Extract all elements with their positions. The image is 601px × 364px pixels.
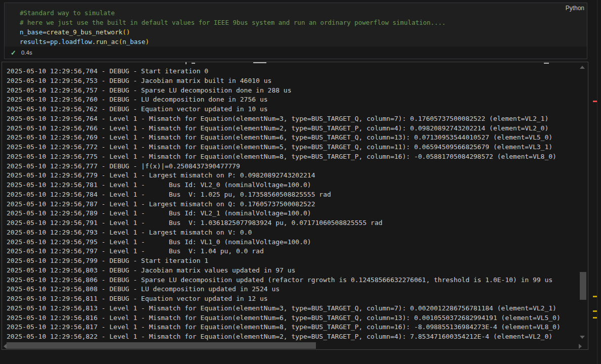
clipped-log-fragment <box>544 63 549 64</box>
scroll-up-arrow-icon[interactable] <box>580 66 585 69</box>
horizontal-scrollbar-thumb[interactable] <box>7 342 316 349</box>
overview-ruler-error-marker[interactable] <box>593 101 597 102</box>
log-line: 2025-05-10 12:29:56,816 - Level 1 - Mism… <box>7 313 578 323</box>
log-line: 2025-05-10 12:29:56,762 - DEBUG - Equati… <box>7 105 578 114</box>
log-line: 2025-05-10 12:29:56,784 - Level 1 - Bus … <box>7 190 578 200</box>
execution-success-icon: ✓ <box>11 49 16 57</box>
vertical-scrollbar-thumb[interactable] <box>580 272 586 300</box>
scroll-down-arrow-icon[interactable] <box>580 336 585 339</box>
log-line: 2025-05-10 12:29:56,789 - Level 1 - Bus … <box>7 209 578 218</box>
execution-duration: 0.4s <box>21 50 32 56</box>
clipped-log-fragment <box>186 62 187 64</box>
log-line: 2025-05-10 12:29:56,808 - DEBUG - LU dec… <box>7 285 578 294</box>
code-line: results=pp.loadflow.run_ac(n_base) <box>20 37 587 47</box>
log-line: 2025-05-10 12:29:56,781 - Level 1 - Bus … <box>7 180 578 190</box>
cell-status-bar: ✓ 0.4s <box>5 47 587 59</box>
log-line: 2025-05-10 12:29:56,769 - Level 1 - Mism… <box>7 133 578 143</box>
overview-ruler-divider <box>597 0 597 364</box>
overview-ruler-warning-marker[interactable] <box>593 310 597 312</box>
log-line: 2025-05-10 12:29:56,795 - Level 1 - Bus … <box>7 238 578 247</box>
log-lines: 2025-05-10 12:29:56,704 - DEBUG - Start … <box>7 67 578 341</box>
log-line: 2025-05-10 12:29:56,787 - Level 1 - Larg… <box>7 200 578 209</box>
log-line: 2025-05-10 12:29:56,777 - DEBUG - |f(x)|… <box>7 162 578 171</box>
log-line: 2025-05-10 12:29:56,791 - Level 1 - Bus … <box>7 218 578 228</box>
overview-ruler-warning-marker[interactable] <box>593 296 597 297</box>
log-line: 2025-05-10 12:29:56,817 - Level 1 - Mism… <box>7 323 578 332</box>
log-line: 2025-05-10 12:29:56,764 - Level 1 - Mism… <box>7 114 578 124</box>
code-line: n_base=create_9_bus_network() <box>20 27 587 37</box>
log-line: 2025-05-10 12:29:56,799 - DEBUG - Start … <box>7 256 578 266</box>
notebook-code-cell: #Standard way to simulate# here we just … <box>4 3 587 59</box>
scroll-right-arrow-icon[interactable] <box>579 344 582 349</box>
overview-ruler-warning-marker[interactable] <box>593 317 597 318</box>
log-line: 2025-05-10 12:29:56,813 - Level 1 - Mism… <box>7 304 578 313</box>
log-line: 2025-05-10 12:29:56,772 - Level 1 - Mism… <box>7 143 578 152</box>
log-line: 2025-05-10 12:29:56,793 - Level 1 - Larg… <box>7 228 578 238</box>
code-lines: #Standard way to simulate# here we just … <box>20 8 587 47</box>
clipped-log-fragment <box>253 62 266 63</box>
log-line: 2025-05-10 12:29:56,779 - Level 1 - Larg… <box>7 171 578 180</box>
cell-output-pane[interactable]: 2025-05-10 12:29:56,704 - DEBUG - Start … <box>2 62 588 350</box>
log-line: 2025-05-10 12:29:56,757 - DEBUG - Sparse… <box>7 86 578 96</box>
clipped-log-fragment <box>192 63 195 64</box>
log-line: 2025-05-10 12:29:56,766 - Level 1 - Mism… <box>7 124 578 133</box>
log-line: 2025-05-10 12:29:56,760 - DEBUG - LU dec… <box>7 95 578 105</box>
code-line: #Standard way to simulate <box>20 8 587 18</box>
code-line: # here we just use the built in default … <box>20 18 587 27</box>
log-line: 2025-05-10 12:29:56,797 - Level 1 - Bus … <box>7 247 578 256</box>
log-line: 2025-05-10 12:29:56,704 - DEBUG - Start … <box>7 67 578 76</box>
notebook-window: { "colors": { "bg": "#181818", "cell_bg"… <box>0 0 601 364</box>
log-line: 2025-05-10 12:29:56,806 - DEBUG - Sparse… <box>7 276 578 285</box>
log-line: 2025-05-10 12:29:56,775 - Level 1 - Mism… <box>7 152 578 162</box>
language-indicator[interactable]: Python <box>566 5 584 12</box>
log-line: 2025-05-10 12:29:56,811 - DEBUG - Equati… <box>7 294 578 304</box>
log-line: 2025-05-10 12:29:56,803 - DEBUG - Jacobi… <box>7 266 578 276</box>
log-line: 2025-05-10 12:29:56,822 - Level 1 - Mism… <box>7 332 578 341</box>
log-line: 2025-05-10 12:29:56,753 - DEBUG - Jacobi… <box>7 76 578 86</box>
code-editor[interactable]: #Standard way to simulate# here we just … <box>5 3 587 47</box>
